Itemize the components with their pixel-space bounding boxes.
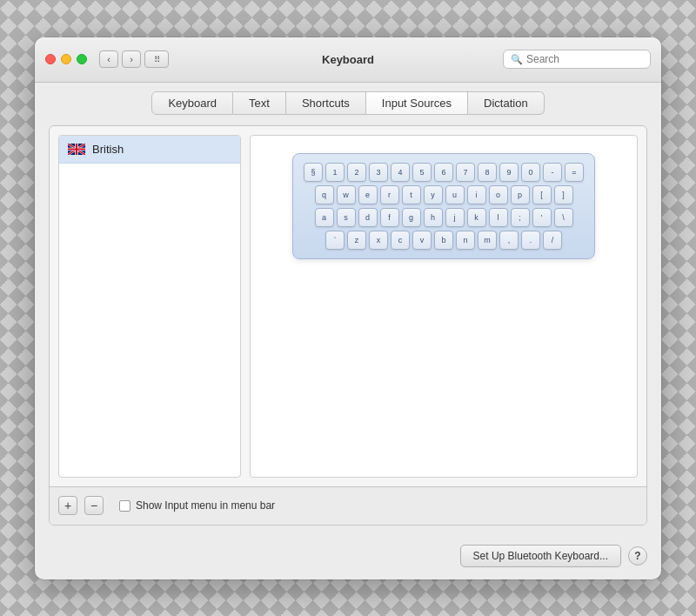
key-z[interactable]: z [347, 231, 366, 250]
key-semicolon[interactable]: ; [511, 208, 530, 227]
keyboard-window: ‹ › ⠿ Keyboard 🔍 Keyboard Text Shortcuts… [35, 37, 661, 579]
key-t[interactable]: t [402, 185, 421, 204]
back-icon: ‹ [107, 54, 110, 64]
key-row-1: § 1 2 3 4 5 6 7 8 9 0 - = [304, 163, 584, 182]
footer: Set Up Bluetooth Keyboard... ? [35, 536, 661, 579]
key-9[interactable]: 9 [499, 163, 519, 182]
sidebar-item-label: British [92, 143, 124, 156]
key-0[interactable]: 0 [521, 163, 540, 182]
search-icon: 🔍 [511, 54, 523, 65]
uk-flag-icon [68, 144, 85, 155]
forward-icon: › [130, 54, 133, 64]
key-s[interactable]: s [337, 208, 356, 227]
key-row-3: a s d f g h j k l ; ' \ [304, 208, 584, 227]
key-d[interactable]: d [358, 208, 378, 227]
key-section[interactable]: § [304, 163, 323, 182]
key-c[interactable]: c [391, 231, 410, 250]
key-minus[interactable]: - [543, 163, 562, 182]
help-icon: ? [634, 550, 640, 562]
tab-keyboard-label: Keyboard [168, 97, 217, 110]
key-i[interactable]: i [467, 185, 486, 204]
key-b[interactable]: b [434, 231, 453, 250]
key-h[interactable]: h [424, 208, 443, 227]
key-g[interactable]: g [402, 208, 421, 227]
grid-icon: ⠿ [154, 55, 160, 64]
titlebar: ‹ › ⠿ Keyboard 🔍 [35, 37, 661, 83]
key-u[interactable]: u [445, 185, 465, 204]
search-input[interactable] [526, 53, 643, 65]
grid-button[interactable]: ⠿ [144, 50, 169, 68]
key-equals[interactable]: = [565, 163, 584, 182]
key-e[interactable]: e [358, 185, 378, 204]
nav-buttons: ‹ › [99, 50, 141, 68]
search-bar[interactable]: 🔍 [503, 50, 651, 69]
key-lbracket[interactable]: [ [532, 185, 552, 204]
key-l[interactable]: l [489, 208, 508, 227]
tab-shortcuts-label: Shortcuts [302, 97, 350, 110]
key-slash[interactable]: / [543, 231, 562, 250]
key-7[interactable]: 7 [456, 163, 475, 182]
key-x[interactable]: x [369, 231, 388, 250]
minimize-button[interactable] [61, 54, 71, 64]
help-button[interactable]: ? [628, 546, 647, 566]
content-bottom-bar: + − Show Input menu in menu bar [50, 486, 646, 525]
key-5[interactable]: 5 [412, 163, 432, 182]
input-source-list: British [58, 135, 241, 478]
add-source-button[interactable]: + [58, 496, 77, 515]
key-4[interactable]: 4 [391, 163, 410, 182]
show-input-menu-label: Show Input menu in menu bar [136, 499, 275, 512]
key-backslash[interactable]: \ [554, 208, 573, 227]
show-input-menu-area: Show Input menu in menu bar [119, 499, 275, 512]
maximize-button[interactable] [77, 54, 87, 64]
close-button[interactable] [45, 54, 56, 64]
key-j[interactable]: j [445, 208, 465, 227]
key-1[interactable]: 1 [325, 163, 345, 182]
key-p[interactable]: p [511, 185, 530, 204]
tab-keyboard[interactable]: Keyboard [151, 91, 233, 115]
key-backtick[interactable]: ` [325, 231, 345, 250]
tab-text-label: Text [249, 97, 270, 110]
traffic-lights [45, 54, 87, 64]
key-f[interactable]: f [380, 208, 399, 227]
tab-input-sources[interactable]: Input Sources [366, 91, 468, 115]
keyboard-layout: § 1 2 3 4 5 6 7 8 9 0 - = [292, 153, 595, 259]
tab-shortcuts[interactable]: Shortcuts [286, 91, 366, 115]
key-comma[interactable]: , [499, 231, 519, 250]
key-w[interactable]: w [337, 185, 356, 204]
key-v[interactable]: v [412, 231, 432, 250]
content-inner: British § 1 2 3 4 5 6 7 8 9 [50, 126, 646, 486]
key-o[interactable]: o [489, 185, 508, 204]
bluetooth-keyboard-button[interactable]: Set Up Bluetooth Keyboard... [460, 545, 621, 567]
minus-icon: − [90, 499, 97, 512]
window-title: Keyboard [322, 53, 374, 66]
key-2[interactable]: 2 [347, 163, 366, 182]
key-a[interactable]: a [315, 208, 334, 227]
tab-input-sources-label: Input Sources [382, 97, 452, 110]
key-3[interactable]: 3 [369, 163, 388, 182]
key-r[interactable]: r [380, 185, 399, 204]
plus-icon: + [64, 499, 71, 512]
key-period[interactable]: . [521, 231, 540, 250]
key-y[interactable]: y [424, 185, 443, 204]
key-row-2: q w e r t y u i o p [ ] [304, 185, 584, 204]
remove-source-button[interactable]: − [84, 496, 104, 515]
list-item-british[interactable]: British [59, 136, 240, 164]
content-panel: British § 1 2 3 4 5 6 7 8 9 [49, 125, 647, 526]
key-quote[interactable]: ' [532, 208, 552, 227]
show-input-menu-checkbox[interactable] [119, 500, 130, 512]
key-m[interactable]: m [478, 231, 497, 250]
key-n[interactable]: n [456, 231, 475, 250]
tab-text[interactable]: Text [233, 91, 286, 115]
key-rbracket[interactable]: ] [554, 185, 573, 204]
keyboard-visual-area: § 1 2 3 4 5 6 7 8 9 0 - = [250, 135, 638, 478]
key-row-4: ` z x c v b n m , . / [304, 231, 584, 250]
key-k[interactable]: k [467, 208, 486, 227]
key-q[interactable]: q [315, 185, 334, 204]
key-6[interactable]: 6 [434, 163, 453, 182]
tabs-container: Keyboard Text Shortcuts Input Sources Di… [35, 83, 661, 115]
forward-button[interactable]: › [122, 50, 141, 68]
tab-dictation-label: Dictation [484, 97, 528, 110]
tab-dictation[interactable]: Dictation [468, 91, 545, 115]
back-button[interactable]: ‹ [99, 50, 118, 68]
key-8[interactable]: 8 [478, 163, 497, 182]
